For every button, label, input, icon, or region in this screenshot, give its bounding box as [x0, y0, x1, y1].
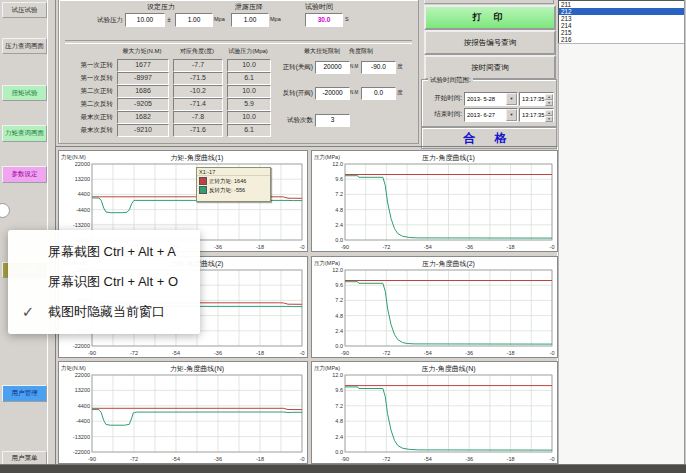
forward-torque-name: 正转力矩:: [209, 178, 233, 185]
mpa-unit-2: Mpa: [270, 13, 281, 26]
time-range-label: 试验时间范围:: [428, 76, 473, 85]
svg-text:-4400: -4400: [76, 207, 90, 213]
svg-text:-18: -18: [256, 456, 264, 462]
reverse-torque-limit-input[interactable]: -20000: [315, 87, 350, 100]
test-pressure-label: 试验压力: [83, 13, 123, 26]
svg-text:-36: -36: [214, 244, 222, 250]
result-angle-value: -71.4: [173, 98, 223, 111]
report-list-item[interactable]: 215: [559, 29, 684, 36]
chart-title: 压力-角度曲线(2): [422, 260, 475, 268]
chart-tooltip: X1:-17 正转力矩: 1646 反转力矩: -556: [196, 167, 271, 202]
sidebar-item-4[interactable]: 力矩查询画面: [2, 125, 47, 142]
tolerance-input[interactable]: 1.00: [175, 13, 213, 27]
svg-text:-0: -0: [550, 244, 555, 250]
query-by-report-button[interactable]: 按报告编号查询: [424, 30, 556, 55]
context-menu-item-label: 屏幕截图 Ctrl + Alt + A: [48, 243, 176, 261]
svg-text:-0: -0: [550, 456, 555, 462]
context-menu-item[interactable]: 屏幕识图 Ctrl + Alt + O: [8, 267, 200, 297]
chevron-down-icon[interactable]: ▼: [506, 93, 517, 105]
svg-text:7.2: 7.2: [335, 191, 343, 197]
leak-drop-header: 泄露压降: [219, 2, 279, 12]
report-number-list[interactable]: 211212213214215216: [558, 0, 685, 44]
sidebar-item-1[interactable]: 试压试验: [2, 2, 47, 18]
cut-off-button[interactable]: [424, 0, 554, 4]
leak-drop-input[interactable]: 1.00: [231, 13, 269, 27]
result-pressure-value: 10.0: [227, 111, 271, 124]
report-list-item[interactable]: 216: [559, 36, 684, 43]
chart-ylabel: 压力(MPa): [314, 365, 340, 371]
print-button[interactable]: 打 印: [424, 5, 556, 30]
chevron-down-icon[interactable]: ▼: [506, 109, 517, 121]
svg-text:-36: -36: [214, 350, 222, 356]
report-list-item[interactable]: 211: [559, 1, 684, 8]
start-date-combo[interactable]: 2013- 5-28 ▼: [464, 92, 518, 106]
result-angle-value: -7.7: [173, 59, 223, 72]
svg-text:-90: -90: [341, 244, 349, 250]
svg-text:12.0: 12.0: [332, 372, 343, 378]
chart-title: 压力-角度曲线(N): [421, 365, 475, 373]
forward-angle-limit-input[interactable]: -90.0: [361, 61, 396, 74]
report-list-item[interactable]: 212: [559, 8, 684, 15]
svg-text:-18: -18: [256, 350, 264, 356]
forward-torque-limit-input[interactable]: 20000: [315, 61, 350, 74]
svg-text:-72: -72: [382, 244, 390, 250]
test-time-input[interactable]: 30.0: [305, 13, 343, 27]
chart-svg: 22000132004400-4400-13200-22000-90-72-54…: [59, 362, 307, 463]
tooltip-title: X1:-17: [197, 168, 270, 176]
test-pressure-input[interactable]: 10.00: [125, 13, 165, 27]
svg-text:-36: -36: [214, 456, 222, 462]
svg-text:2.4: 2.4: [335, 434, 343, 440]
end-date-combo[interactable]: 2013- 6-27 ▼: [464, 108, 518, 122]
test-count-input[interactable]: 3: [315, 114, 350, 127]
chart-ylabel: 力矩(N.M): [61, 154, 86, 160]
sidebar-item-5[interactable]: 参数设定: [2, 166, 47, 183]
svg-text:-54: -54: [172, 350, 180, 356]
svg-text:4400: 4400: [78, 191, 90, 197]
svg-text:-72: -72: [382, 350, 390, 356]
sidebar-item-7[interactable]: 用户管理: [2, 385, 47, 402]
reverse-torque-name: 反转力矩:: [209, 187, 233, 194]
chart-ylabel: 压力(MPa): [314, 260, 340, 266]
nm-unit-1: N.M: [350, 60, 358, 73]
svg-text:-4400: -4400: [76, 418, 90, 424]
reverse-angle-limit-input[interactable]: 0.0: [361, 87, 396, 100]
svg-text:-18: -18: [507, 244, 515, 250]
sidebar-item-3[interactable]: 扭矩试验: [2, 85, 47, 101]
bottom-bar: [0, 464, 686, 473]
svg-text:2.4: 2.4: [335, 222, 343, 228]
start-time-spinner[interactable]: 13:17:35 ▲▼: [519, 92, 554, 106]
forward-close-label: 正转(关阀): [273, 61, 313, 72]
sidebar-item-2[interactable]: 压力查询画面: [2, 38, 47, 54]
context-menu-item[interactable]: 屏幕截图 Ctrl + Alt + A: [8, 237, 200, 267]
svg-text:22000: 22000: [75, 161, 90, 167]
svg-text:-54: -54: [424, 456, 432, 462]
end-time-spinner[interactable]: 13:17:35 ▲▼: [519, 108, 554, 122]
svg-text:-0: -0: [300, 350, 305, 356]
mpa-unit-1: Mpa: [214, 13, 225, 26]
result-angle-value: -71.5: [173, 72, 223, 85]
svg-text:-72: -72: [382, 456, 390, 462]
svg-text:-72: -72: [130, 350, 138, 356]
app-window: 试压试验压力查询画面扭矩试验力矩查询画面参数设定厂家参数用户管理用户菜单 设定压…: [0, 0, 686, 473]
svg-text:0.0: 0.0: [335, 449, 343, 455]
svg-text:0.0: 0.0: [335, 237, 343, 243]
svg-text:4.8: 4.8: [335, 313, 343, 319]
svg-text:-22000: -22000: [73, 449, 90, 455]
forward-torque-swatch-icon: [199, 177, 207, 185]
result-torque-value: -9205: [117, 98, 169, 111]
report-list-item[interactable]: 214: [559, 22, 684, 29]
spin-down-icon[interactable]: ▼: [545, 116, 553, 122]
result-row-label: 最末次正转: [59, 111, 113, 122]
reverse-torque-swatch-icon: [199, 186, 207, 194]
spin-down-icon[interactable]: ▼: [545, 100, 553, 106]
svg-text:-54: -54: [424, 350, 432, 356]
svg-text:-54: -54: [424, 244, 432, 250]
pressure-col-header: 试验压力(Mpa): [225, 47, 271, 56]
report-list-item[interactable]: 213: [559, 15, 684, 22]
context-menu-item[interactable]: ✓截图时隐藏当前窗口: [8, 297, 200, 327]
spinner-arrows[interactable]: ▲▼: [545, 94, 553, 104]
spinner-arrows[interactable]: ▲▼: [545, 110, 553, 120]
angle-limit-header: 角度限制: [340, 47, 382, 56]
svg-text:4.8: 4.8: [335, 418, 343, 424]
svg-text:22000: 22000: [75, 372, 90, 378]
